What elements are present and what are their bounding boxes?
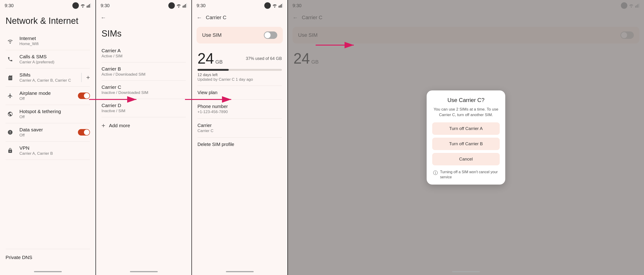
- status-time-2: 9:30: [100, 3, 110, 8]
- camera-dot-3: [264, 2, 271, 9]
- bottom-bar-4: [452, 271, 480, 272]
- svg-rect-1: [88, 5, 88, 8]
- back-row-2: ←: [96, 11, 192, 24]
- airplane-toggle-thumb: [84, 93, 90, 98]
- svg-rect-7: [186, 4, 187, 8]
- dialog-description: You can use 2 SIMs at a time. To use Car…: [432, 106, 500, 118]
- menu-item-internet[interactable]: Internet Home_Wifi: [0, 32, 96, 50]
- status-icons-1: [72, 2, 91, 9]
- sim-item-carrier-c[interactable]: Carrier C Inactive / Downloaded SIM: [96, 81, 192, 99]
- carrier-value: Carrier C: [198, 128, 282, 133]
- hotspot-icon-wrap: [6, 110, 15, 119]
- sim-icon: [8, 75, 13, 80]
- sims-add-button[interactable]: +: [86, 74, 90, 81]
- use-sim-toggle-thumb-3: [264, 32, 270, 38]
- turn-off-carrier-b-button[interactable]: Turn off Carrier B: [432, 138, 500, 150]
- sims-sublabel: Carrier A, Carrier B, Carrier C: [20, 78, 81, 83]
- sim-icon-wrap: [6, 73, 15, 82]
- vpn-text: VPN Carrier A, Carrier B: [20, 145, 90, 156]
- detail-phone-number[interactable]: Phone number +1-123-456-7890: [192, 100, 288, 118]
- add-more-row[interactable]: + Add more: [96, 117, 192, 134]
- data-gb-unit: GB: [215, 59, 223, 65]
- carrier-a-status: Active / SIM: [102, 54, 186, 58]
- use-sim-label-3: Use SIM: [202, 32, 222, 38]
- menu-item-airplane[interactable]: Airplane mode Off: [0, 87, 96, 105]
- panel-dialog: 9:30 ← Carrier C: [288, 0, 644, 275]
- sim-item-carrier-d[interactable]: Carrier D Inactive / SIM: [96, 99, 192, 117]
- turn-off-carrier-a-button[interactable]: Turn off Carrier A: [432, 122, 500, 135]
- status-icons-2: [168, 2, 187, 9]
- sims-right: +: [81, 73, 90, 82]
- svg-rect-6: [185, 4, 186, 8]
- signal-icon-2: [183, 4, 187, 8]
- back-button-2[interactable]: ←: [100, 14, 106, 21]
- data-progress-fill: [198, 69, 229, 71]
- airplane-icon: [8, 93, 13, 98]
- dialog-overlay: Use Carrier C? You can use 2 SIMs at a t…: [288, 0, 644, 275]
- phone-number-label: Phone number: [198, 104, 282, 109]
- delete-sim-item[interactable]: Delete SIM profile: [192, 138, 288, 151]
- svg-rect-4: [183, 6, 183, 8]
- svg-rect-11: [282, 4, 283, 8]
- dialog-title: Use Carrier C?: [432, 97, 500, 104]
- airplane-label: Airplane mode: [20, 90, 78, 96]
- menu-item-hotspot[interactable]: Hotspot & tethering Off: [0, 105, 96, 123]
- data-gb-num: 24: [198, 50, 214, 67]
- carrier-a-name: Carrier A: [102, 48, 186, 54]
- menu-item-private-dns[interactable]: Private DNS: [0, 249, 96, 266]
- sim-item-carrier-a[interactable]: Carrier A Active / SIM: [96, 44, 192, 62]
- sim-item-carrier-b[interactable]: Carrier B Active / Downloaded SIM: [96, 62, 192, 80]
- panel-network-internet: 9:30 Network & Internet: [0, 0, 96, 275]
- add-more-label: Add more: [109, 123, 130, 128]
- hotspot-label: Hotspot & tethering: [20, 109, 90, 114]
- data-saver-icon: [8, 130, 13, 135]
- hotspot-icon: [8, 111, 13, 117]
- svg-rect-2: [89, 4, 90, 8]
- use-sim-toggle-3[interactable]: [264, 32, 277, 39]
- wifi-icon-1: [80, 4, 85, 8]
- detail-carrier[interactable]: Carrier Carrier C: [192, 119, 288, 138]
- data-saver-sublabel: Off: [20, 133, 78, 138]
- data-days-left: 12 days left: [198, 72, 282, 77]
- menu-item-sims[interactable]: SIMs Carrier A, Carrier B, Carrier C +: [0, 68, 96, 86]
- status-icons-3: [264, 2, 283, 9]
- menu-item-calls-sms[interactable]: Calls & SMS Carrier A (preferred): [0, 50, 96, 68]
- data-gb-row: 24 GB: [198, 50, 223, 67]
- airplane-sublabel: Off: [20, 96, 78, 101]
- carrier-d-name: Carrier D: [102, 103, 186, 108]
- internet-text: Internet Home_Wifi: [20, 36, 90, 46]
- data-saver-icon-wrap: [6, 128, 15, 137]
- data-saver-toggle-thumb: [84, 130, 90, 135]
- vpn-label: VPN: [20, 145, 90, 151]
- signal-icon-3: [279, 4, 283, 8]
- svg-rect-0: [87, 6, 88, 8]
- data-updated: Updated by Carrier C 1 day ago: [198, 77, 282, 82]
- cancel-button[interactable]: Cancel: [432, 153, 500, 165]
- status-bar-3: 9:30: [192, 0, 288, 11]
- panel-carrier-c: 9:30 ← Carrier C Use SIM: [192, 0, 288, 275]
- vpn-icon-wrap: [6, 146, 15, 155]
- signal-icon-1: [87, 4, 91, 8]
- data-saver-toggle[interactable]: [78, 129, 90, 136]
- back-row-3: ← Carrier C: [192, 11, 288, 24]
- page-title-1: Network & Internet: [0, 11, 96, 32]
- sims-label: SIMs: [20, 72, 81, 78]
- airplane-text: Airplane mode Off: [20, 90, 78, 101]
- menu-item-data-saver[interactable]: Data saver Off: [0, 123, 96, 141]
- add-more-icon: +: [102, 122, 105, 129]
- carrier-c-name: Carrier C: [102, 84, 186, 90]
- wifi-icon-wrap: [6, 36, 15, 46]
- menu-item-vpn[interactable]: VPN Carrier A, Carrier B: [0, 142, 96, 160]
- private-dns-text: Private DNS: [6, 255, 90, 260]
- panel3-back-title: Carrier C: [206, 14, 226, 20]
- calls-sms-label: Calls & SMS: [20, 54, 90, 60]
- svg-rect-10: [281, 4, 282, 8]
- detail-view-plan[interactable]: View plan: [192, 86, 288, 100]
- bottom-bar-3: [226, 271, 254, 272]
- vpn-icon: [8, 148, 13, 153]
- phone-number-value: +1-123-456-7890: [198, 110, 282, 114]
- back-button-3[interactable]: ←: [196, 14, 202, 21]
- phone-icon-wrap: [6, 54, 15, 64]
- airplane-toggle[interactable]: [78, 92, 90, 99]
- status-time-3: 9:30: [196, 3, 206, 8]
